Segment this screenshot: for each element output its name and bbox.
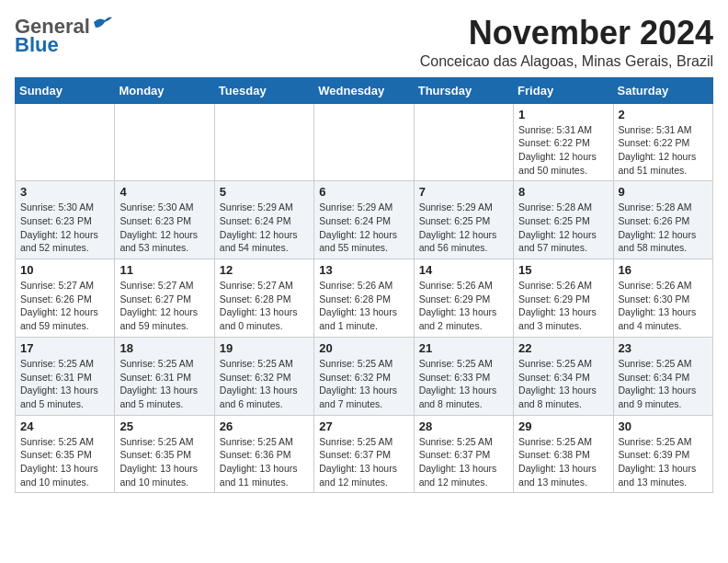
day-number: 3	[20, 185, 109, 199]
calendar-cell: 16Sunrise: 5:26 AM Sunset: 6:30 PM Dayli…	[613, 259, 712, 338]
day-info: Sunrise: 5:25 AM Sunset: 6:32 PM Dayligh…	[319, 357, 408, 411]
calendar-cell: 25Sunrise: 5:25 AM Sunset: 6:35 PM Dayli…	[115, 415, 214, 493]
calendar-cell: 3Sunrise: 5:30 AM Sunset: 6:23 PM Daylig…	[16, 181, 115, 259]
logo-bird-icon	[92, 15, 112, 31]
day-number: 5	[220, 185, 309, 199]
calendar-cell: 23Sunrise: 5:25 AM Sunset: 6:34 PM Dayli…	[613, 337, 712, 415]
calendar-cell: 14Sunrise: 5:26 AM Sunset: 6:29 PM Dayli…	[414, 259, 513, 338]
calendar-cell: 29Sunrise: 5:25 AM Sunset: 6:38 PM Dayli…	[514, 415, 613, 493]
day-info: Sunrise: 5:25 AM Sunset: 6:32 PM Dayligh…	[220, 357, 309, 411]
location-title: Conceicao das Alagoas, Minas Gerais, Bra…	[420, 53, 713, 70]
calendar-cell: 2Sunrise: 5:31 AM Sunset: 6:22 PM Daylig…	[613, 103, 712, 181]
day-number: 27	[319, 419, 408, 433]
day-info: Sunrise: 5:29 AM Sunset: 6:24 PM Dayligh…	[220, 201, 309, 255]
calendar-cell: 19Sunrise: 5:25 AM Sunset: 6:32 PM Dayli…	[214, 337, 313, 415]
weekday-header-tuesday: Tuesday	[214, 77, 313, 103]
calendar-week-row: 1Sunrise: 5:31 AM Sunset: 6:22 PM Daylig…	[16, 103, 713, 181]
calendar-cell: 28Sunrise: 5:25 AM Sunset: 6:37 PM Dayli…	[414, 415, 513, 493]
day-info: Sunrise: 5:26 AM Sunset: 6:29 PM Dayligh…	[518, 279, 608, 333]
calendar-cell	[414, 103, 513, 181]
calendar-cell: 10Sunrise: 5:27 AM Sunset: 6:26 PM Dayli…	[16, 259, 115, 338]
calendar-cell	[115, 103, 214, 181]
day-number: 21	[419, 341, 508, 355]
day-number: 23	[619, 341, 708, 355]
day-info: Sunrise: 5:31 AM Sunset: 6:22 PM Dayligh…	[518, 123, 608, 178]
weekday-header-sunday: Sunday	[16, 77, 115, 103]
day-number: 13	[319, 263, 408, 277]
day-number: 25	[119, 419, 209, 433]
weekday-header-thursday: Thursday	[414, 77, 513, 103]
day-number: 18	[119, 341, 209, 355]
calendar-cell: 20Sunrise: 5:25 AM Sunset: 6:32 PM Dayli…	[314, 337, 414, 415]
day-info: Sunrise: 5:28 AM Sunset: 6:25 PM Dayligh…	[518, 201, 608, 255]
weekday-header-monday: Monday	[115, 77, 214, 103]
day-number: 10	[20, 263, 109, 277]
calendar-cell: 30Sunrise: 5:25 AM Sunset: 6:39 PM Dayli…	[613, 415, 712, 493]
logo-blue: Blue	[15, 33, 59, 57]
day-info: Sunrise: 5:31 AM Sunset: 6:22 PM Dayligh…	[619, 123, 708, 178]
calendar-cell: 8Sunrise: 5:28 AM Sunset: 6:25 PM Daylig…	[514, 181, 613, 259]
day-number: 1	[518, 108, 608, 121]
logo: General Blue	[15, 15, 112, 57]
weekday-header-friday: Friday	[514, 77, 613, 103]
day-number: 2	[619, 108, 708, 121]
month-title: November 2024	[420, 15, 713, 52]
day-number: 7	[419, 185, 508, 199]
calendar-cell	[214, 103, 313, 181]
day-info: Sunrise: 5:25 AM Sunset: 6:34 PM Dayligh…	[518, 357, 608, 411]
day-number: 15	[518, 263, 608, 277]
calendar-week-row: 10Sunrise: 5:27 AM Sunset: 6:26 PM Dayli…	[16, 259, 713, 338]
day-info: Sunrise: 5:25 AM Sunset: 6:34 PM Dayligh…	[619, 357, 708, 411]
calendar-cell: 11Sunrise: 5:27 AM Sunset: 6:27 PM Dayli…	[115, 259, 214, 338]
day-info: Sunrise: 5:27 AM Sunset: 6:28 PM Dayligh…	[220, 279, 309, 333]
day-info: Sunrise: 5:27 AM Sunset: 6:26 PM Dayligh…	[20, 279, 109, 333]
calendar-cell: 17Sunrise: 5:25 AM Sunset: 6:31 PM Dayli…	[16, 337, 115, 415]
day-info: Sunrise: 5:29 AM Sunset: 6:25 PM Dayligh…	[419, 201, 508, 255]
day-number: 29	[518, 419, 608, 433]
calendar-table: SundayMondayTuesdayWednesdayThursdayFrid…	[15, 77, 713, 494]
day-info: Sunrise: 5:26 AM Sunset: 6:30 PM Dayligh…	[619, 279, 708, 333]
day-number: 4	[119, 185, 209, 199]
calendar-cell: 12Sunrise: 5:27 AM Sunset: 6:28 PM Dayli…	[214, 259, 313, 338]
calendar-cell: 15Sunrise: 5:26 AM Sunset: 6:29 PM Dayli…	[514, 259, 613, 338]
calendar-cell: 4Sunrise: 5:30 AM Sunset: 6:23 PM Daylig…	[115, 181, 214, 259]
calendar-cell	[314, 103, 414, 181]
calendar-cell: 24Sunrise: 5:25 AM Sunset: 6:35 PM Dayli…	[16, 415, 115, 493]
calendar-cell: 5Sunrise: 5:29 AM Sunset: 6:24 PM Daylig…	[214, 181, 313, 259]
calendar-cell: 6Sunrise: 5:29 AM Sunset: 6:24 PM Daylig…	[314, 181, 414, 259]
title-area: November 2024 Conceicao das Alagoas, Min…	[420, 15, 713, 70]
day-number: 24	[20, 419, 109, 433]
calendar-cell: 18Sunrise: 5:25 AM Sunset: 6:31 PM Dayli…	[115, 337, 214, 415]
day-number: 26	[220, 419, 309, 433]
day-info: Sunrise: 5:25 AM Sunset: 6:33 PM Dayligh…	[419, 357, 508, 411]
day-number: 16	[619, 263, 708, 277]
calendar-cell: 1Sunrise: 5:31 AM Sunset: 6:22 PM Daylig…	[514, 103, 613, 181]
day-info: Sunrise: 5:25 AM Sunset: 6:36 PM Dayligh…	[220, 435, 309, 489]
calendar-cell	[16, 103, 115, 181]
day-number: 30	[619, 419, 708, 433]
weekday-header-wednesday: Wednesday	[314, 77, 414, 103]
day-info: Sunrise: 5:25 AM Sunset: 6:37 PM Dayligh…	[319, 435, 408, 489]
day-info: Sunrise: 5:25 AM Sunset: 6:38 PM Dayligh…	[518, 435, 608, 489]
day-info: Sunrise: 5:25 AM Sunset: 6:31 PM Dayligh…	[119, 357, 209, 411]
day-info: Sunrise: 5:25 AM Sunset: 6:37 PM Dayligh…	[419, 435, 508, 489]
calendar-cell: 7Sunrise: 5:29 AM Sunset: 6:25 PM Daylig…	[414, 181, 513, 259]
day-info: Sunrise: 5:29 AM Sunset: 6:24 PM Dayligh…	[319, 201, 408, 255]
calendar-cell: 27Sunrise: 5:25 AM Sunset: 6:37 PM Dayli…	[314, 415, 414, 493]
day-info: Sunrise: 5:26 AM Sunset: 6:29 PM Dayligh…	[419, 279, 508, 333]
calendar-week-row: 17Sunrise: 5:25 AM Sunset: 6:31 PM Dayli…	[16, 337, 713, 415]
calendar-cell: 13Sunrise: 5:26 AM Sunset: 6:28 PM Dayli…	[314, 259, 414, 338]
day-info: Sunrise: 5:30 AM Sunset: 6:23 PM Dayligh…	[119, 201, 209, 255]
day-info: Sunrise: 5:30 AM Sunset: 6:23 PM Dayligh…	[20, 201, 109, 255]
day-number: 17	[20, 341, 109, 355]
calendar-week-row: 24Sunrise: 5:25 AM Sunset: 6:35 PM Dayli…	[16, 415, 713, 493]
day-number: 20	[319, 341, 408, 355]
day-info: Sunrise: 5:26 AM Sunset: 6:28 PM Dayligh…	[319, 279, 408, 333]
calendar-cell: 22Sunrise: 5:25 AM Sunset: 6:34 PM Dayli…	[514, 337, 613, 415]
day-info: Sunrise: 5:27 AM Sunset: 6:27 PM Dayligh…	[119, 279, 209, 333]
day-number: 12	[220, 263, 309, 277]
day-number: 9	[619, 185, 708, 199]
calendar-cell: 26Sunrise: 5:25 AM Sunset: 6:36 PM Dayli…	[214, 415, 313, 493]
day-info: Sunrise: 5:28 AM Sunset: 6:26 PM Dayligh…	[619, 201, 708, 255]
day-number: 6	[319, 185, 408, 199]
